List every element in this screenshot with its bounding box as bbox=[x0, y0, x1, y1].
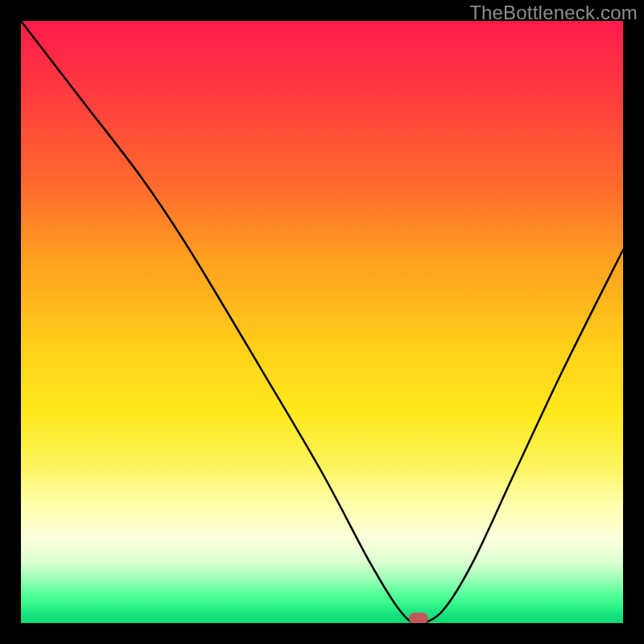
bottleneck-curve bbox=[21, 21, 623, 623]
watermark-text: TheBottleneck.com bbox=[469, 2, 638, 24]
plot-area bbox=[21, 21, 623, 623]
optimal-point-marker bbox=[409, 613, 428, 623]
chart-frame: TheBottleneck.com bbox=[0, 0, 644, 644]
